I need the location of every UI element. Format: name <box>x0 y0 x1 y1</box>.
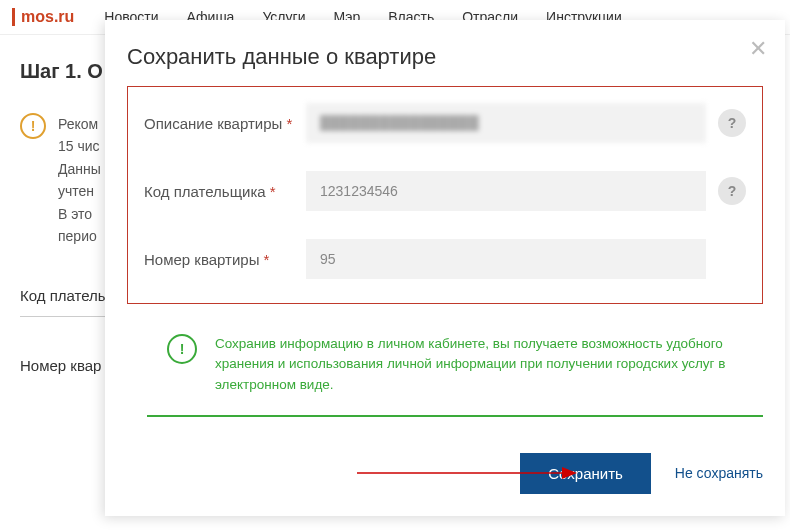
label-apartment-number: Номер квартиры * <box>144 251 294 268</box>
brand-logo[interactable]: mos.ru <box>12 8 74 26</box>
input-apartment-number[interactable] <box>306 239 706 279</box>
input-payer-code[interactable] <box>306 171 706 211</box>
cancel-button[interactable]: Не сохранять <box>675 465 763 481</box>
label-payer-code: Код плательщика * <box>144 183 294 200</box>
form-container: Описание квартиры * ? Код плательщика * … <box>127 86 763 304</box>
info-icon: ! <box>167 334 197 364</box>
label-description: Описание квартиры * <box>144 115 294 132</box>
info-banner: ! Сохранив информацию в личном кабинете,… <box>147 314 763 417</box>
info-text: Сохранив информацию в личном кабинете, в… <box>215 334 753 395</box>
row-apartment-number: Номер квартиры * <box>144 239 746 279</box>
warning-icon: ! <box>20 113 46 139</box>
help-icon[interactable]: ? <box>718 109 746 137</box>
close-icon[interactable]: ✕ <box>749 38 767 60</box>
row-payer-code: Код плательщика * ? <box>144 171 746 211</box>
modal-title: Сохранить данные о квартире <box>127 44 763 70</box>
input-description[interactable] <box>306 103 706 143</box>
row-description: Описание квартиры * ? <box>144 103 746 143</box>
save-apartment-modal: ✕ Сохранить данные о квартире Описание к… <box>105 20 785 516</box>
arrow-icon <box>357 466 577 480</box>
modal-footer: Сохранить Не сохранять <box>127 453 763 494</box>
recommendation-text: Реком 15 чис Данны учтен В это перио <box>58 113 101 247</box>
svg-marker-1 <box>562 467 577 479</box>
help-icon[interactable]: ? <box>718 177 746 205</box>
